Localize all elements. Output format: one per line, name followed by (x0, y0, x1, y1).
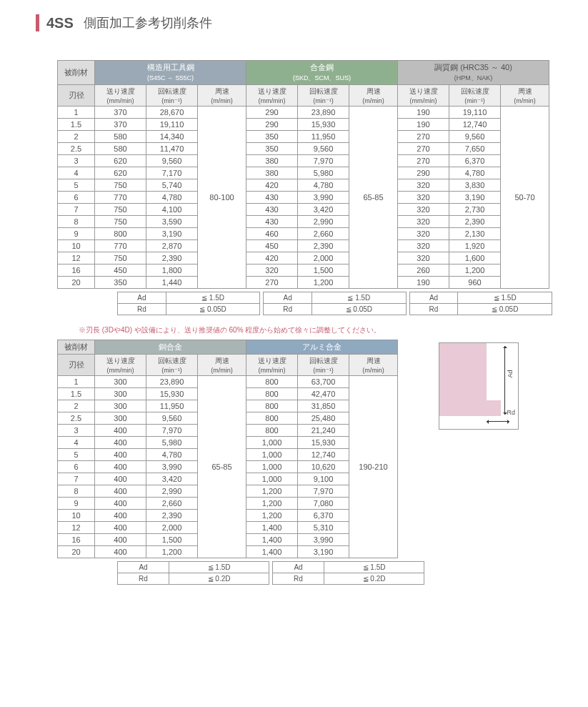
adrd-row-2: Ad≦ 1.5DRd≦ 0.2D Ad≦ 1.5DRd≦ 0.2D (117, 561, 424, 585)
table-row: 258014,34035011,9502709,560 (58, 131, 549, 143)
cutting-table-1: 被削材 構造用工具鋼(S45C ～ S55C) 合金鋼(SKD、SCM、SUS)… (57, 60, 549, 289)
adrd-row-1: Ad≦ 1.5DRd≦ 0.05D Ad≦ 1.5DRd≦ 0.05D Ad≦ … (117, 292, 552, 315)
table-row: 36209,5603807,9702706,370 (58, 155, 549, 167)
mat-b: 合金鋼(SKD、SCM、SUS) (246, 61, 398, 85)
table-row: 1.537019,11029015,93019012,740 (58, 119, 549, 131)
table-row: 87503,5904302,9903202,390 (58, 216, 549, 228)
table-row: 98003,1904602,6603202,130 (58, 228, 549, 240)
title-accent (36, 14, 39, 31)
mat-d: 銅合金 (95, 340, 246, 355)
note-text: ※刃長 (3Dや4D) や設備により、送り推奨値の 60% 程度から始めて徐々に… (79, 325, 552, 335)
table-row: 46207,1703805,9802904,780 (58, 167, 549, 179)
table-row: 107702,8704502,3903201,920 (58, 240, 549, 252)
mat-a: 構造用工具鋼(S45C ～ S55C) (95, 61, 246, 85)
page-title-bar: 4SS 側面加工参考切削条件 (36, 14, 552, 31)
mat-c: 調質鋼 (HRC35 ～ 40)(HPM、NAK) (398, 61, 549, 85)
title-code: 4SS (46, 15, 74, 31)
cutting-table-2: 被削材 銅合金 アルミ合金 刃径 送り速度(mm/min) 回転速度(min⁻¹… (57, 340, 398, 558)
table-row: 137028,67080-10029023,89065-8519019,1105… (58, 107, 549, 119)
ad-rd-diagram: Ad Rd (439, 342, 519, 430)
table-row: 130023,89065-8580063,700190-210 (58, 376, 398, 388)
table-row: 2.558011,4703509,5602707,650 (58, 143, 549, 155)
hdr-diameter: 刃径 (58, 85, 95, 107)
table-row: 57505,7404204,7803203,830 (58, 179, 549, 192)
hdr-material: 被削材 (58, 61, 95, 85)
title-text: 側面加工参考切削条件 (84, 14, 212, 31)
table-row: 77504,1004303,4203202,730 (58, 204, 549, 216)
table-row: 203501,4402701,200190960 (58, 277, 549, 289)
table-row: 127502,3904202,0003201,600 (58, 252, 549, 264)
mat-e: アルミ合金 (246, 340, 398, 355)
table-1-wrap: 被削材 構造用工具鋼(S45C ～ S55C) 合金鋼(SKD、SCM、SUS)… (57, 60, 552, 315)
table-2-wrap: 被削材 銅合金 アルミ合金 刃径 送り速度(mm/min) 回転速度(min⁻¹… (57, 340, 424, 585)
table-row: 67704,7804303,9903203,190 (58, 192, 549, 204)
table-row: 164501,8003201,5002601,200 (58, 264, 549, 277)
